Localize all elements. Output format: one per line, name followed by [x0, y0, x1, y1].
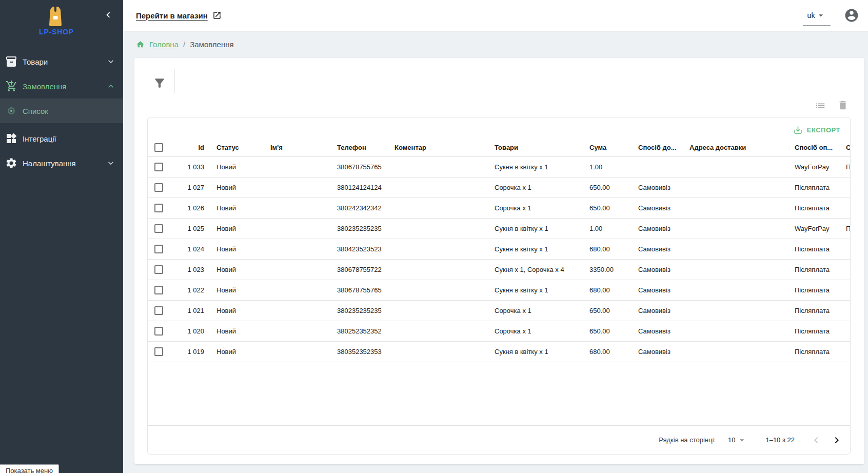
cell-comment [386, 198, 486, 218]
table-row[interactable]: 1 024Новий380423523523Сукня в квітку x 1… [148, 239, 850, 259]
cell-sum: 680.00 [581, 239, 630, 259]
cell-products: Сорочка x 1 [486, 300, 581, 321]
table-row[interactable]: 1 033Новий380678755765Сукня в квітку x 1… [148, 156, 850, 177]
column-header-phone[interactable]: Телефон [329, 139, 386, 156]
row-checkbox[interactable] [154, 306, 163, 315]
list-view-icon[interactable] [815, 100, 826, 111]
sidebar-item-orders[interactable]: Замовлення [0, 74, 123, 98]
cell-payment_status [838, 198, 850, 218]
cell-address [681, 177, 786, 198]
row-checkbox[interactable] [154, 265, 163, 274]
cell-status: Новий [208, 259, 262, 280]
row-checkbox[interactable] [154, 286, 163, 294]
next-page-icon[interactable] [830, 433, 844, 447]
row-checkbox[interactable] [154, 183, 163, 192]
table-row[interactable]: 1 019Новий380352352353Сукня в квітку x 1… [148, 341, 850, 362]
sidebar-item-orders-list[interactable]: Список [0, 98, 123, 123]
column-header-status[interactable]: Статус [208, 139, 262, 156]
cell-sum: 650.00 [581, 321, 630, 341]
cell-delivery: Самовивіз [630, 259, 681, 280]
row-checkbox-cell [148, 259, 172, 280]
row-checkbox-cell [148, 321, 172, 341]
logo-block: LP-SHOP [0, 0, 123, 49]
cell-comment [386, 280, 486, 300]
cell-comment [386, 156, 486, 177]
column-header-payment_status[interactable]: Ст [838, 139, 850, 156]
row-checkbox[interactable] [154, 163, 163, 171]
cell-delivery: Самовивіз [630, 177, 681, 198]
column-header-name[interactable]: Ім'я [262, 139, 329, 156]
active-dot-icon [8, 107, 15, 114]
list-toolbar [134, 58, 864, 117]
cell-phone: 380678755722 [329, 259, 386, 280]
column-header-sum[interactable]: Сума [581, 139, 630, 156]
cell-id: 1 022 [172, 280, 208, 300]
chevron-down-icon [106, 56, 116, 67]
row-checkbox-cell [148, 280, 172, 300]
chevron-down-icon [106, 158, 116, 168]
row-checkbox-cell [148, 198, 172, 218]
row-checkbox[interactable] [154, 347, 163, 356]
user-avatar-icon[interactable] [844, 8, 859, 23]
table-row[interactable]: 1 021Новий380235235235Сорочка x 1650.00С… [148, 300, 850, 321]
table-row[interactable]: 1 025Новий380235235235Сукня в квітку x 1… [148, 218, 850, 239]
collapse-sidebar-icon[interactable] [103, 9, 114, 21]
table-row[interactable]: 1 027Новий380124124124Сорочка x 1650.00С… [148, 177, 850, 198]
cell-products: Сукня в квітку x 1 [486, 156, 581, 177]
home-icon[interactable] [136, 40, 145, 49]
sidebar-item-settings[interactable]: Налаштування [0, 151, 123, 175]
column-header-delivery[interactable]: Спосіб до... [630, 139, 681, 156]
cell-name [262, 341, 329, 362]
table-row[interactable]: 1 023Новий380678755722Сукня x 1, Сорочка… [148, 259, 850, 280]
cell-products: Сорочка x 1 [486, 198, 581, 218]
cell-payment_status: Пі [838, 218, 850, 239]
cell-status: Новий [208, 156, 262, 177]
rows-per-page-label: Рядків на сторінці: [659, 436, 716, 444]
breadcrumb-home-link[interactable]: Головна [149, 40, 179, 49]
sidebar: LP-SHOP Товари Замовлення Список Інтегра… [0, 0, 123, 473]
sidebar-item-label: Товари [23, 57, 106, 66]
filter-input-caret[interactable] [174, 69, 174, 93]
cell-name [262, 156, 329, 177]
row-checkbox-cell [148, 218, 172, 239]
column-header-address[interactable]: Адреса доставки [681, 139, 786, 156]
column-header-id[interactable]: id [172, 139, 208, 156]
cell-phone: 380678755765 [329, 280, 386, 300]
cell-status: Новий [208, 280, 262, 300]
cell-products: Сукня в квітку x 1 [486, 239, 581, 259]
filter-icon[interactable] [153, 76, 166, 90]
row-checkbox[interactable] [154, 327, 163, 336]
go-to-store-link[interactable]: Перейти в магазин [136, 11, 222, 20]
row-checkbox[interactable] [154, 224, 163, 233]
cell-delivery: Самовивіз [630, 239, 681, 259]
rows-per-page-select[interactable]: 10 [728, 435, 747, 445]
sidebar-item-products[interactable]: Товари [0, 49, 123, 74]
column-header-payment[interactable]: Спосіб оп... [786, 139, 838, 156]
status-bar-tooltip: Показать меню [0, 464, 59, 473]
table-row[interactable]: 1 022Новий380678755765Сукня в квітку x 1… [148, 280, 850, 300]
cell-phone: 380242342342 [329, 198, 386, 218]
cell-phone: 380678755765 [329, 156, 386, 177]
column-header-products[interactable]: Товари [486, 139, 581, 156]
orders-table-body: 1 033Новий380678755765Сукня в квітку x 1… [148, 156, 850, 362]
language-select[interactable]: uk [803, 6, 831, 26]
column-header-comment[interactable]: Коментар [386, 139, 486, 156]
pagination-bar: Рядків на сторінці: 10 1–10 з 22 [148, 425, 850, 454]
cell-delivery: Самовивіз [630, 280, 681, 300]
cell-sum: 1.00 [581, 156, 630, 177]
table-row[interactable]: 1 020Новий380252352352Сорочка x 1650.00С… [148, 321, 850, 341]
language-value: uk [807, 11, 815, 19]
cell-payment: Післяплата [786, 198, 838, 218]
export-button[interactable]: ЕКСПОРТ [790, 123, 843, 137]
row-checkbox[interactable] [154, 245, 163, 253]
row-checkbox-cell [148, 341, 172, 362]
select-all-checkbox[interactable] [154, 143, 163, 152]
sidebar-item-integrations[interactable]: Інтеграції [0, 126, 123, 151]
previous-page-icon[interactable] [809, 433, 823, 447]
cell-sum: 650.00 [581, 177, 630, 198]
trash-icon[interactable] [837, 100, 849, 111]
table-row[interactable]: 1 026Новий380242342342Сорочка x 1650.00С… [148, 198, 850, 218]
row-checkbox[interactable] [154, 204, 163, 212]
cell-payment_status [838, 280, 850, 300]
row-checkbox-cell [148, 239, 172, 259]
